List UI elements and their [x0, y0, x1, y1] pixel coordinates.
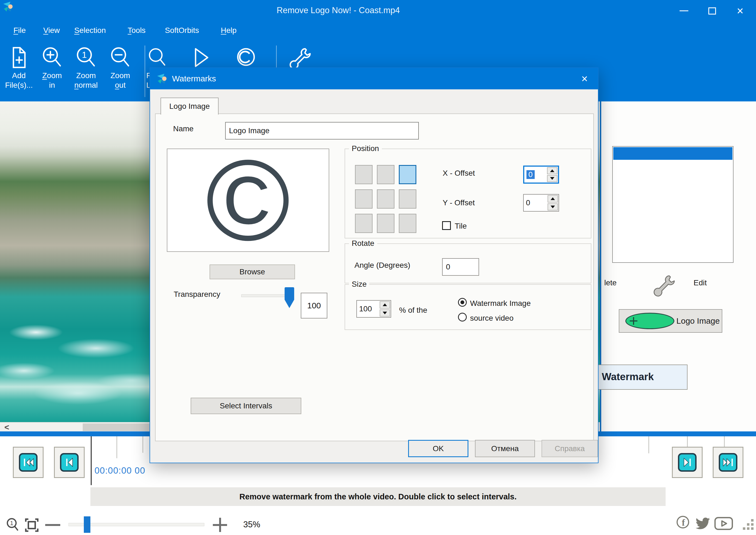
menu-item-softorbits[interactable]: SoftOrbits — [165, 26, 199, 35]
menu-item-help[interactable]: Help — [221, 26, 237, 35]
angle-input[interactable]: 0 — [442, 258, 479, 276]
y-offset-up-button[interactable] — [548, 195, 558, 203]
previous-frame-button[interactable] — [54, 447, 85, 478]
position-group: Position X - Offset 0 — [345, 149, 591, 239]
position-top-left[interactable] — [355, 165, 372, 184]
x-offset-down-button[interactable] — [547, 175, 557, 182]
maximize-button[interactable] — [698, 0, 726, 22]
timeline-playhead[interactable] — [91, 436, 92, 485]
size-value[interactable]: 100 — [357, 301, 379, 317]
settings-button[interactable] — [287, 42, 313, 70]
fit-to-window-icon[interactable] — [25, 518, 39, 533]
select-intervals-button[interactable]: Select Intervals — [191, 398, 301, 414]
zoom-actual-size-icon[interactable]: 1 — [6, 518, 19, 533]
zoom-out-control[interactable] — [45, 524, 60, 526]
size-up-button[interactable] — [380, 301, 390, 309]
facebook-icon[interactable]: f — [676, 515, 690, 531]
transparency-slider-thumb[interactable] — [284, 287, 294, 308]
y-offset-value[interactable]: 0 — [524, 195, 547, 211]
svg-text:f: f — [682, 518, 685, 528]
browse-button[interactable]: Browse — [209, 265, 295, 279]
zoom-out-button[interactable]: Zoomout — [103, 42, 137, 90]
source-video-radio[interactable] — [458, 313, 467, 322]
add-files-button[interactable]: AddFile(s)... — [2, 42, 36, 90]
skip-to-start-button[interactable] — [13, 447, 43, 478]
x-offset-label: X - Offset — [443, 169, 475, 178]
size-spinner[interactable]: 100 — [356, 300, 391, 318]
position-middle-left[interactable] — [355, 189, 372, 209]
size-group: Size 100 % of the Watermark Image source… — [345, 284, 591, 330]
dialog-close-button[interactable]: × — [578, 72, 591, 86]
dialog-title: Watermarks — [172, 74, 216, 83]
tab-logo-image[interactable]: Logo Image — [160, 98, 219, 115]
youtube-icon[interactable] — [713, 516, 734, 532]
x-offset-up-button[interactable] — [547, 167, 557, 174]
add-file-icon — [2, 42, 36, 70]
position-grid — [355, 165, 416, 233]
position-top-right-selected[interactable] — [399, 165, 416, 184]
delete-button-label-partial[interactable]: lete — [604, 278, 617, 287]
menu-item-view[interactable]: View — [43, 26, 60, 35]
maximize-icon — [708, 7, 716, 14]
copyright-preview-glyph: © — [206, 159, 290, 241]
scroll-left-icon[interactable]: < — [4, 423, 9, 432]
position-middle-right[interactable] — [399, 189, 416, 209]
source-video-radio-label: source video — [470, 314, 514, 323]
dialog-title-bar: Watermarks × — [150, 68, 598, 89]
menu-item-tools[interactable]: Tools — [128, 26, 146, 35]
position-bottom-left[interactable] — [355, 214, 372, 233]
x-offset-spinner[interactable]: 0 — [523, 166, 559, 183]
timeline-tick — [117, 436, 117, 458]
zoom-normal-button[interactable]: 1 Zoomnormal — [69, 42, 103, 90]
down-arrow-icon — [551, 206, 555, 208]
status-bar[interactable]: Remove watermark from the whole video. D… — [91, 487, 665, 506]
up-arrow-icon — [551, 197, 555, 200]
y-offset-down-button[interactable] — [548, 203, 558, 211]
watermark-list-selected-row[interactable] — [613, 147, 732, 160]
previous-frame-icon — [60, 453, 79, 472]
twitter-icon[interactable] — [693, 516, 711, 531]
position-bottom-center[interactable] — [377, 214, 394, 233]
next-frame-icon — [678, 453, 696, 472]
cancel-button[interactable]: Отмена — [475, 440, 535, 457]
transparency-value[interactable]: 100 — [301, 293, 327, 319]
edit-button-label[interactable]: Edit — [693, 278, 707, 287]
zoom-in-control-bar — [219, 518, 221, 532]
menu-bar: File View Selection Tools SoftOrbits Hel… — [0, 22, 756, 41]
watermark-list[interactable] — [612, 146, 734, 263]
zoom-in-button[interactable]: Zoomin — [36, 42, 68, 90]
down-arrow-icon — [383, 312, 387, 314]
add-plus-icon — [625, 313, 674, 329]
menu-item-file[interactable]: File — [14, 26, 26, 35]
skip-to-end-button[interactable] — [713, 447, 743, 478]
size-down-button[interactable] — [380, 309, 390, 317]
wrench-icon — [287, 42, 313, 70]
resize-grip[interactable] — [743, 519, 755, 531]
close-button[interactable]: × — [726, 0, 754, 22]
position-top-center[interactable] — [377, 165, 394, 184]
tile-checkbox[interactable] — [442, 221, 451, 230]
x-offset-value[interactable]: 0 — [526, 170, 535, 179]
watermark-image-radio[interactable] — [458, 298, 467, 307]
menu-item-selection[interactable]: Selection — [74, 26, 106, 35]
zoom-slider-thumb[interactable] — [84, 516, 91, 533]
y-offset-label: Y - Offset — [443, 198, 475, 207]
next-frame-button[interactable] — [672, 447, 703, 478]
copyright-icon — [233, 42, 259, 70]
play-button[interactable] — [186, 42, 213, 70]
transparency-slider[interactable] — [241, 295, 290, 297]
copyright-tool-button[interactable] — [233, 42, 259, 70]
position-middle-center[interactable] — [377, 189, 394, 209]
minimize-button[interactable] — [670, 0, 698, 22]
up-arrow-icon — [383, 303, 387, 306]
add-logo-image-button[interactable]: Logo Image — [619, 309, 722, 333]
timecode: 00:00:00 00 — [94, 465, 145, 476]
y-offset-spinner[interactable]: 0 — [523, 194, 559, 211]
ok-button[interactable]: OK — [408, 440, 469, 457]
position-bottom-right[interactable] — [399, 214, 416, 233]
transparency-label: Transparency — [174, 290, 220, 299]
watermark-image-radio-label: Watermark Image — [470, 299, 530, 308]
angle-label: Angle (Degrees) — [354, 261, 410, 270]
help-button[interactable]: Справка — [542, 440, 598, 457]
toolbar-separator — [145, 45, 145, 97]
